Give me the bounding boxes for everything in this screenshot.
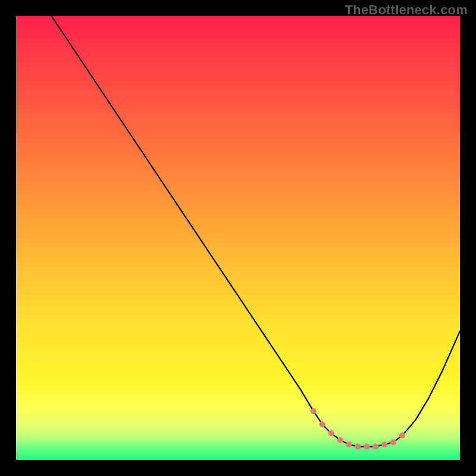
curve-marker <box>320 421 325 427</box>
curve-marker <box>355 444 361 450</box>
curve-marker <box>390 439 396 445</box>
curve-marker <box>337 437 343 443</box>
curve-marker <box>328 430 334 436</box>
curve-marker <box>381 441 387 447</box>
curve-marker <box>346 441 352 447</box>
curve-marker <box>311 408 317 414</box>
curve-marker <box>372 444 378 450</box>
watermark-text: TheBottleneck.com <box>345 2 468 18</box>
curve-marker <box>364 444 369 450</box>
bottleneck-curve-chart <box>16 16 460 460</box>
bottleneck-curve-markers <box>311 408 405 450</box>
curve-marker <box>399 433 405 439</box>
bottleneck-curve-line <box>52 16 460 447</box>
